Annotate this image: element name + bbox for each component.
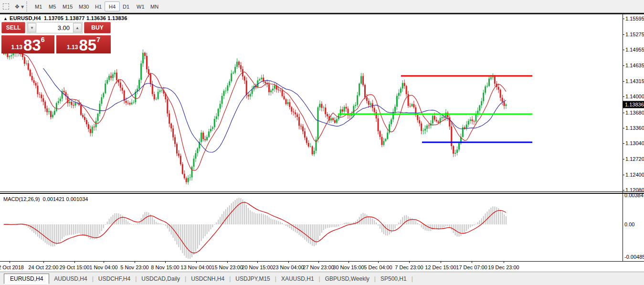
time-tick-label: 5 Nov 23:00 (120, 264, 148, 270)
time-tick-label: 20 Nov 15:00 (242, 264, 273, 270)
chart-tab-audusd[interactable]: AUDUSD,H4 (49, 274, 92, 283)
tab-separator: | (412, 275, 413, 282)
buy-price-panel[interactable]: 1.13857 (56, 35, 111, 53)
fast-ma (19, 53, 507, 170)
chart-tab-eurusd[interactable]: EURUSD,H4 (4, 274, 49, 284)
panel-splitter[interactable] (0, 191, 644, 192)
time-tick-label: 22 Oct 2018 (0, 264, 24, 270)
macd-indicator-label: MACD(12,26,9) 0.001421 0.001034 (3, 196, 88, 202)
sell-price-pip: 6 (41, 36, 45, 43)
time-tick (318, 261, 319, 263)
time-tick-label: 13 Nov 04:00 (180, 264, 211, 270)
sell-button[interactable]: SELL (1, 22, 25, 33)
volume-spinner: ▼ 3.00 ▲ (27, 22, 83, 33)
time-tick (43, 261, 44, 263)
time-tick (227, 261, 228, 263)
time-tick-label: 23 Nov 04:00 (273, 264, 304, 270)
chart-tab-sp500[interactable]: SP500,H1 (376, 274, 412, 283)
ohlc-high: 1.13877 (65, 15, 84, 21)
chart-tab-usdcnh[interactable]: USDCNH,H4 (186, 274, 229, 283)
time-axis: 22 Oct 201824 Oct 22:0029 Oct 15:001 Nov… (0, 261, 644, 272)
time-tick-label: 19 Dec 23:00 (488, 264, 519, 270)
volume-increase-button[interactable]: ▲ (73, 23, 82, 32)
chart-tab-usdchf[interactable]: USDCHF,H4 (94, 274, 135, 283)
chart-tab-bar: EURUSD,H4AUDUSD,H4|USDCHF,H4|USDCAD,Dail… (0, 272, 644, 285)
ohlc-open: 1.13705 (44, 15, 63, 21)
price-tick-label: 1.14315 (625, 78, 644, 84)
price-tick-label: 1.14955 (625, 47, 644, 53)
timeframe-button-mn[interactable]: MN (146, 1, 163, 11)
time-tick-label: 17 Dec 07:00 (456, 264, 487, 270)
dropdown-caret-icon[interactable]: ▾ (20, 2, 25, 11)
time-tick-label: 7 Dec 23:00 (395, 264, 423, 270)
chart-tab-usdcad[interactable]: USDCAD,Daily (137, 274, 185, 283)
buy-price-big: 85 (79, 39, 96, 52)
time-tick (441, 261, 441, 263)
price-axis-border (623, 14, 623, 261)
collapse-triangle-icon[interactable]: ▲ (3, 16, 8, 21)
price-tick-label: 1.13040 (625, 140, 644, 146)
slow-ma (43, 68, 506, 152)
time-tick-label: 29 Oct 15:00 (60, 264, 90, 270)
top-toolbar: ❖ ▾ M1M5M15M30H1H4D1W1MN (0, 0, 644, 13)
price-tick-label: 1.13360 (625, 125, 644, 131)
chart-tab-xauusd[interactable]: XAUUSD,H1 (276, 274, 319, 283)
time-tick (74, 261, 75, 263)
time-tick (104, 261, 104, 263)
timeframe-button-d1[interactable]: D1 (118, 1, 134, 11)
price-tick-label: 1.14635 (625, 63, 644, 68)
time-tick (10, 261, 10, 263)
sell-price-big: 83 (23, 39, 41, 52)
volume-value[interactable]: 3.00 (37, 22, 73, 33)
timeframe-button-h1[interactable]: H1 (91, 1, 106, 11)
chart-tab-gbpusd[interactable]: GBPUSD,Weekly (320, 274, 374, 283)
price-tick-label: 1.15595 (625, 16, 644, 21)
price-tick-label: 1.15275 (625, 32, 644, 37)
buy-price-pip: 7 (96, 36, 100, 43)
time-tick (348, 261, 349, 263)
price-tick-label: 1.14000 (625, 94, 644, 99)
macd-tick-label: 0.00 (624, 222, 634, 227)
sell-price-panel[interactable]: 1.13836 (1, 35, 54, 53)
macd-values: 0.001421 0.001034 (43, 196, 88, 202)
symbol-header: ▲EURUSD,H4 1.13705 1.13877 1.13636 1.138… (3, 15, 127, 21)
timeframe-button-h4[interactable]: H4 (105, 1, 120, 11)
macd-name: MACD(12,26,9) (3, 196, 40, 202)
time-tick-label: 8 Nov 15:00 (151, 264, 179, 270)
time-tick (257, 261, 258, 263)
time-tick (288, 261, 289, 263)
time-tick (504, 261, 504, 263)
symbol-name: EURUSD,H4 (10, 15, 41, 21)
select-rect-icon[interactable] (1, 2, 11, 11)
macd-tick-label: 0.003847 (624, 192, 644, 198)
time-tick-label: 5 Dec 04:00 (364, 264, 392, 270)
ohlc-low: 1.13636 (86, 15, 106, 21)
time-tick (409, 261, 410, 263)
time-tick-label: 27 Nov 23:00 (303, 264, 334, 270)
time-tick-label: 12 Dec 15:00 (425, 264, 456, 270)
volume-decrease-button[interactable]: ▼ (28, 23, 36, 32)
terminal-window: ❖ ▾ M1M5M15M30H1H4D1W1MN ▲EURUSD,H4 1.13… (0, 0, 644, 285)
buy-price-prefix: 1.13 (67, 44, 78, 50)
time-tick (378, 261, 379, 263)
chart-region: ▲EURUSD,H4 1.13705 1.13877 1.13636 1.138… (0, 14, 644, 272)
price-tick-label: 1.12720 (625, 156, 644, 162)
time-tick (472, 261, 472, 263)
time-tick-label: 24 Oct 22:00 (29, 264, 59, 270)
price-tick-label: 1.12400 (625, 172, 644, 178)
time-tick (165, 261, 166, 263)
one-click-trading-widget: SELL ▼ 3.00 ▲ BUY 1.13836 1.13857 (1, 22, 111, 53)
panel-splitter-lower[interactable] (0, 193, 644, 194)
time-tick-label: 1 Nov 04:00 (89, 264, 117, 270)
time-tick-label: 30 Nov 15:00 (333, 264, 364, 270)
time-tick (135, 261, 135, 263)
time-tick-label: 15 Nov 23:00 (211, 264, 243, 270)
macd-tick-label: -0.004856 (624, 254, 644, 260)
time-tick (196, 261, 197, 263)
ohlc-close: 1.13836 (107, 15, 127, 21)
chart-tab-usdjpy[interactable]: USDJPY,M15 (231, 274, 274, 283)
current-price-badge: 1.13836 (623, 101, 644, 108)
sell-price-prefix: 1.13 (11, 44, 22, 50)
toolbar-grip (26, 1, 29, 11)
buy-button[interactable]: BUY (84, 22, 111, 33)
